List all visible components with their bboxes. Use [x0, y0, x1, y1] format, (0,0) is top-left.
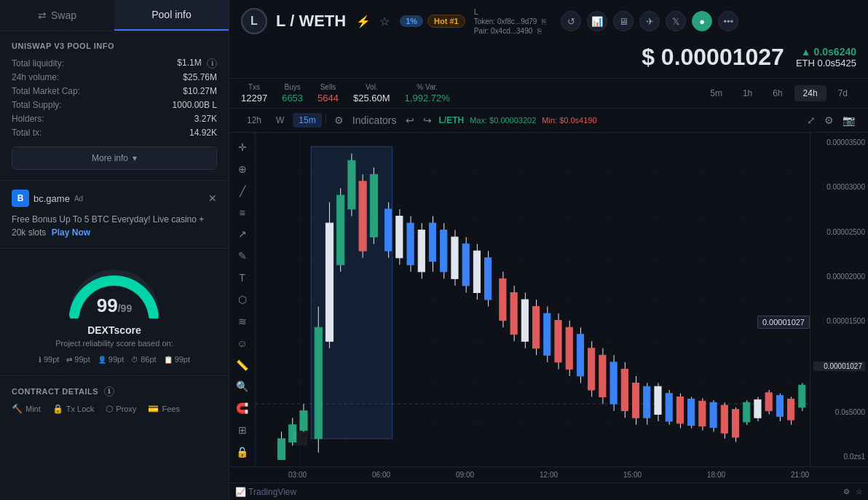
tool-layers[interactable]: ⊞	[232, 421, 253, 439]
tool-h-line[interactable]: ≡	[232, 204, 253, 222]
liquidity-info-icon[interactable]: ℹ	[207, 58, 217, 69]
tool-ruler[interactable]: 📏	[232, 356, 253, 374]
gear-icon[interactable]: ⚙	[823, 113, 835, 128]
link-monitor[interactable]: 🖥	[613, 11, 634, 31]
tool-pattern[interactable]: ≋	[232, 313, 253, 330]
score-title: DEXTscore	[87, 324, 141, 336]
copy-token-icon[interactable]: ⎘	[542, 17, 546, 26]
swap-icon: ⇄	[38, 9, 47, 21]
link-refresh[interactable]: ↺	[561, 11, 581, 31]
compare-button[interactable]: ⚡	[355, 13, 372, 30]
ad-label: Ad	[74, 195, 83, 203]
favorite-button[interactable]: ☆	[378, 13, 391, 30]
link-other[interactable]: ●	[692, 11, 712, 31]
link-chart[interactable]: 📊	[587, 11, 607, 31]
tab-swap[interactable]: ⇄ Swap	[0, 0, 114, 31]
main-price: $ 0.00001027	[642, 44, 784, 71]
info-row-liquidity: Total liquidity: $1.1M ℹ	[12, 58, 217, 69]
contract-info-icon[interactable]: ℹ	[104, 386, 114, 397]
chart-time-15m[interactable]: 15m	[293, 113, 321, 128]
token-actions: ⚡ ☆	[355, 13, 391, 30]
tool-cursor[interactable]: ✛	[232, 138, 253, 156]
svg-rect-59	[588, 348, 595, 390]
tab-pool-info[interactable]: Pool info	[114, 0, 229, 31]
stat-var: % Var. 1,992.72%	[405, 83, 450, 103]
chart-max: Max: $0.00003202	[470, 116, 536, 125]
tool-line[interactable]: ╱	[232, 182, 253, 200]
mint-icon: 🔨	[12, 404, 23, 414]
chevron-down-icon: ▾	[133, 153, 137, 163]
score-section: 99/99 DEXTscore Project reliability scor…	[0, 249, 229, 376]
volume-label: 24h volume:	[12, 72, 59, 82]
ad-close-button[interactable]: ✕	[208, 192, 217, 204]
market-cap-value: $10.27M	[183, 86, 217, 96]
svg-rect-63	[610, 362, 617, 404]
var-label: % Var.	[417, 83, 438, 91]
bottom-settings-icon[interactable]: ⚙	[843, 488, 850, 496]
contract-tx-lock[interactable]: 🔒 Tx Lock	[52, 404, 95, 414]
supply-label: Total Supply:	[12, 100, 62, 110]
time-tab-5m[interactable]: 5m	[701, 85, 731, 101]
ad-header: B bc.game Ad ✕	[12, 190, 217, 207]
svg-rect-77	[688, 399, 695, 425]
ad-cta[interactable]: Play Now	[52, 227, 90, 238]
time-tab-24h[interactable]: 24h	[794, 85, 826, 101]
more-info-button[interactable]: More info ▾	[12, 147, 217, 170]
contract-fees[interactable]: 💳 Fees	[148, 404, 179, 414]
tool-zoom[interactable]: 🔍	[232, 378, 253, 395]
fees-icon: 💳	[148, 404, 159, 414]
chart-settings-icon[interactable]: ⚙	[333, 113, 345, 128]
link-more[interactable]: •••	[718, 11, 738, 31]
chart-toolbar: 12h W 15m | ⚙ Indicators ↩ ↪ L/ETH Max: …	[229, 109, 868, 133]
tool-pen[interactable]: ✎	[232, 247, 253, 265]
link-twitter[interactable]: 𝕏	[666, 11, 686, 31]
price-level-5: 0.00001027	[813, 362, 865, 371]
link-telegram[interactable]: ✈	[639, 11, 660, 31]
price-axis: 0.00003500 0.00003000 0.00002500 0.00002…	[810, 133, 868, 466]
score-pt-0: ℹ 99pt	[39, 355, 59, 364]
liquidity-label: Total liquidity:	[12, 58, 64, 69]
tool-magnet[interactable]: 🧲	[232, 399, 253, 417]
contract-proxy[interactable]: ⬡ Proxy	[106, 404, 136, 414]
svg-rect-79	[699, 401, 706, 426]
camera-icon[interactable]: 📷	[841, 113, 856, 128]
tool-text[interactable]: T	[232, 269, 253, 286]
redo-icon[interactable]: ↪	[422, 113, 433, 128]
contract-title: CONTRACT DETAILS ℹ	[12, 386, 217, 397]
svg-rect-9	[300, 411, 307, 431]
copy-pair-icon[interactable]: ⎘	[537, 27, 542, 35]
svg-rect-11	[315, 327, 322, 439]
txs-value: 12297	[241, 93, 267, 103]
percent-badge: 1%	[400, 15, 423, 27]
time-tab-7d[interactable]: 7d	[829, 85, 856, 101]
score-number: 99/99	[97, 294, 132, 317]
expand-icon[interactable]: ⤢	[805, 113, 817, 128]
svg-rect-17	[348, 160, 355, 209]
chart-time-12h[interactable]: 12h	[241, 113, 267, 128]
time-label-3: 12:00	[507, 471, 591, 479]
time-tab-1h[interactable]: 1h	[734, 85, 761, 101]
svg-rect-53	[555, 321, 561, 362]
chart-time-w[interactable]: W	[270, 113, 290, 128]
contract-mint[interactable]: 🔨 Mint	[12, 404, 41, 414]
indicators-button[interactable]: Indicators	[351, 113, 398, 128]
tool-node[interactable]: ⬡	[232, 291, 253, 308]
tool-emoji[interactable]: ☺	[232, 335, 253, 352]
token-symbol-small: L	[474, 7, 547, 16]
svg-rect-45	[510, 292, 517, 334]
undo-icon[interactable]: ↩	[404, 113, 416, 128]
svg-rect-93	[776, 396, 783, 417]
tool-crosshair[interactable]: ⊕	[232, 160, 253, 178]
svg-rect-47	[521, 300, 528, 341]
chart-min: Min: $0.0s4190	[542, 116, 596, 125]
sells-label: Sells	[320, 83, 336, 91]
volume-value: $25.76M	[183, 72, 217, 82]
tool-lock[interactable]: 🔒	[232, 443, 253, 461]
svg-rect-5	[277, 439, 285, 460]
tool-arrow[interactable]: ↗	[232, 225, 253, 243]
vol-value: $25.60M	[353, 93, 390, 103]
svg-rect-37	[462, 244, 469, 286]
time-tab-6h[interactable]: 6h	[764, 85, 791, 101]
ad-logo: B	[12, 190, 29, 207]
bottom-star-icon[interactable]: ☆	[856, 488, 862, 496]
